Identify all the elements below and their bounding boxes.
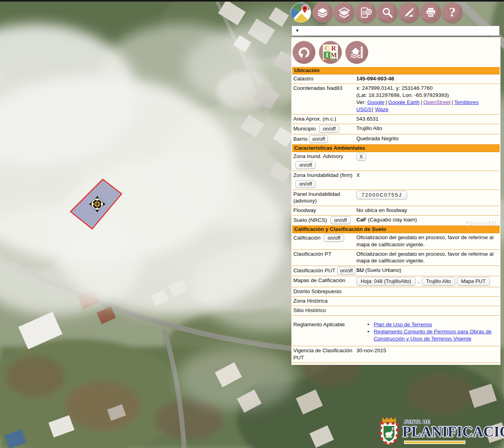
- catastro-value: 145-094-003-46: [356, 75, 500, 82]
- crim-letter-c: C: [324, 45, 330, 52]
- table-row-suelo: Suelo (NRCS)on/off CaF (Caguabo clay loa…: [292, 216, 500, 226]
- link-google-earth[interactable]: Google Earth: [388, 99, 420, 105]
- municipio-onoff-button[interactable]: on/off: [319, 125, 339, 133]
- svg-text:G: G: [362, 10, 366, 16]
- barrio-onoff-button[interactable]: on/off: [309, 135, 328, 143]
- link-openstreet[interactable]: OpenStreet: [423, 99, 450, 105]
- google-maps-icon[interactable]: [291, 2, 311, 23]
- list-item: • Reglamento Conjunto de Permisos para O…: [367, 328, 497, 342]
- row-label: Zona Inundabilidad (firm) on/off: [293, 172, 356, 188]
- table-row-vigencia-put: Vigencia de Clasificación PUT 30-nov-201…: [292, 346, 500, 363]
- zona-advisory-onoff-button[interactable]: on/off: [295, 161, 316, 169]
- table-row-barrio: Barrioon/off Quebrada Negrito: [292, 134, 500, 145]
- section-calificacion: Calificación y Clasificación de Suelo: [292, 226, 500, 233]
- table-row-sitio-historico: Sitio Histórico: [292, 306, 500, 316]
- row-label: Area Aprox. (m.c.): [293, 115, 356, 123]
- info-table-calificacion: Calificaciónon/off Oficializacion del ge…: [291, 233, 500, 365]
- row-label: Vigencia de GeoDato de Calificación: [293, 364, 356, 365]
- logo-large-text: PLANIFICACIÓN: [402, 423, 504, 440]
- table-row-municipio: Municipioon/off Trujillo Alto: [292, 124, 500, 134]
- info-table-ambientales: Zona Inund. Advisory on/off X Zona Inund…: [291, 152, 500, 226]
- row-label: Coordenadas Nad83: [293, 85, 356, 92]
- list-item: • Plan de Uso de Terrenos: [367, 321, 497, 328]
- row-label: Zona Inund. Advisory on/off: [293, 153, 356, 169]
- hoja-button[interactable]: Hoja: 048 (TrujilloAlto): [356, 277, 415, 286]
- panel-inund-value: 72000C0755J: [356, 191, 500, 199]
- bullet-icon: •: [367, 321, 374, 328]
- row-label: Catastro: [293, 75, 356, 82]
- ver-label: Ver:: [356, 99, 366, 105]
- separator: |: [372, 106, 373, 112]
- results-dropdown[interactable]: ▼: [291, 26, 500, 36]
- bullet-icon: •: [367, 328, 374, 342]
- row-label: Zona Histórica: [293, 297, 356, 305]
- mapa-put-button[interactable]: Mapa PUT: [457, 277, 490, 286]
- layers-icon[interactable]: [312, 2, 333, 23]
- row-label: Panel Inundabilidad (advisory): [293, 191, 356, 205]
- clasificacion-pt-value: Oficializacion del geodato en proceso, f…: [356, 251, 500, 265]
- section-ambientales: Características Ambientales: [292, 145, 500, 152]
- clasificacion-put-value: SU (Suelo Urbano): [356, 267, 500, 274]
- print-icon[interactable]: [421, 2, 441, 23]
- help-glyph: ?: [449, 6, 456, 19]
- row-label: Clasificación PUTon/off: [293, 267, 356, 275]
- row-label: Reglamento Aplicable: [293, 321, 356, 328]
- table-row-floodway: Floodway No ubica en floodway: [292, 206, 500, 216]
- info-table: Catastro 145-094-003-46 Coordenadas Nad8…: [291, 74, 500, 145]
- row-label: Distrito Sobrepuesto: [293, 288, 356, 295]
- clasificacion-put-onoff-button[interactable]: on/off: [337, 267, 356, 275]
- link-google[interactable]: Google: [367, 99, 385, 105]
- table-row-calificacion: Calificaciónon/off Oficializacion del ge…: [292, 233, 500, 250]
- calificacion-onoff-button[interactable]: on/off: [324, 234, 344, 242]
- link-plan-uso-terrenos[interactable]: Plan de Uso de Terrenos: [374, 321, 432, 328]
- calificacion-value: Oficializacion del geodato en proceso, f…: [356, 234, 500, 248]
- row-label: Municipioon/off: [293, 125, 356, 133]
- row-label: Sitio Histórico: [293, 307, 356, 314]
- link-reglamento-conjunto[interactable]: Reglamento Conjunto de Permisos para Obr…: [374, 328, 497, 342]
- table-row-mapas: Mapas de Calificación Hoja: 048 (Trujill…: [292, 276, 500, 287]
- crim-strip: [324, 58, 337, 60]
- suelo-value: CaF (Caguabo clay loam): [356, 216, 500, 223]
- zona-firm-value: X: [356, 172, 500, 179]
- search-icon[interactable]: [377, 2, 398, 23]
- suelo-onoff-button[interactable]: on/off: [330, 216, 351, 224]
- table-row-zona-historica: Zona Histórica: [292, 297, 500, 306]
- zona-firm-onoff-button[interactable]: on/off: [295, 180, 316, 188]
- section-ubicacion: Ubicación: [292, 67, 500, 74]
- table-row-distrito: Distrito Sobrepuesto: [292, 287, 500, 297]
- barrio-value: Quebrada Negrito: [356, 135, 500, 142]
- link-waze[interactable]: Waze: [375, 106, 389, 112]
- layers-stack-icon[interactable]: [334, 2, 354, 23]
- pan-arrow-icon[interactable]: [293, 41, 315, 64]
- crim-letters: C R I M: [323, 45, 338, 60]
- comma-separator: ,: [418, 278, 419, 285]
- flood-gauge-icon[interactable]: [345, 41, 368, 64]
- row-label: Floodway: [293, 207, 356, 214]
- municipio-map-button[interactable]: Trujillo Alto: [422, 277, 455, 286]
- row-label: Calificaciónon/off: [293, 234, 356, 242]
- table-row-panel-inund: Panel Inundabilidad (advisory) 72000C075…: [292, 190, 500, 206]
- table-row-area: Area Aprox. (m.c.) 543.6531: [292, 115, 500, 124]
- coordenadas-value: x: 247999.0141, y: 253146.7760 (Lat: 18.…: [356, 85, 500, 113]
- chevron-down-icon: ▼: [295, 29, 299, 33]
- zona-advisory-x-button[interactable]: X: [356, 153, 366, 161]
- panel-inund-button[interactable]: 72000C0755J: [356, 191, 407, 199]
- row-label: Barrioon/off: [293, 135, 356, 143]
- row-label: Mapas de Calificación: [293, 277, 356, 284]
- logo-underline: [405, 441, 465, 443]
- crim-letter-m: M: [330, 52, 337, 58]
- help-icon[interactable]: ?: [442, 2, 463, 23]
- globe-g-icon[interactable]: G: [356, 2, 376, 23]
- top-edge-bar: [0, 0, 504, 2]
- coord-latlon: (Lat: 18.31297698, Lon: -65.97929393): [356, 92, 497, 99]
- panel-icon-row: C R I M: [291, 37, 500, 67]
- draw-measure-icon[interactable]: [399, 2, 419, 23]
- vigencia-put-value: 30-nov-2015: [356, 347, 500, 354]
- crim-logo-icon[interactable]: C R I M: [319, 41, 342, 64]
- table-row-vigencia-geodato: Vigencia de GeoDato de Calificación 05/0…: [292, 363, 500, 365]
- row-label: Clasificación PT: [293, 251, 356, 258]
- table-row-clasificacion-pt: Clasificación PT Oficializacion del geod…: [292, 250, 500, 266]
- junta-planificacion-logo: JUNTA DE PLANIFICACIÓN: [372, 414, 504, 448]
- separator: |: [385, 99, 387, 105]
- table-row-coordenadas: Coordenadas Nad83 x: 247999.0141, y: 253…: [292, 84, 500, 115]
